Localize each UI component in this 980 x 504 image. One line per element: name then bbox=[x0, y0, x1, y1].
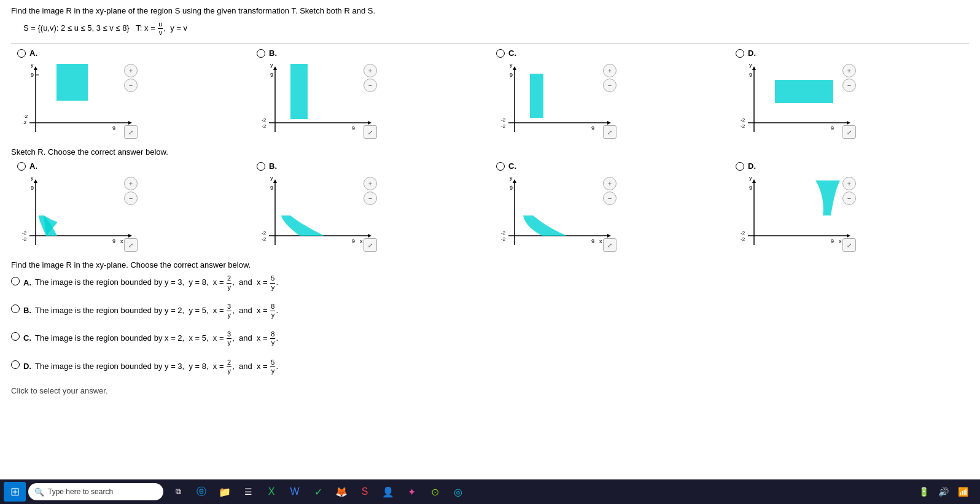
svg-text:9: 9 bbox=[31, 72, 34, 78]
svg-text:9: 9 bbox=[831, 238, 834, 244]
app-icon-10[interactable]: ✦ bbox=[402, 482, 421, 502]
choice-d-r-header[interactable]: D. bbox=[736, 161, 963, 171]
zoom-in-b-r[interactable]: + bbox=[364, 177, 377, 190]
radio-c-s[interactable] bbox=[496, 49, 505, 58]
zoom-icons-b-r: + − bbox=[364, 177, 377, 205]
svg-text:-2: -2 bbox=[22, 120, 27, 125]
expand-d-r[interactable]: ⤢ bbox=[842, 238, 856, 252]
text-choice-c[interactable]: C. The image is the region bounded by x … bbox=[11, 330, 969, 347]
volume-icon[interactable]: 🔊 bbox=[935, 483, 952, 500]
app-icon-12[interactable]: ◎ bbox=[448, 482, 468, 502]
sketch-s-choice-a: A. y u 9 -2 -2 9 bbox=[11, 48, 251, 141]
expand-d-s[interactable]: ⤢ bbox=[842, 125, 856, 139]
svg-text:9: 9 bbox=[749, 185, 752, 191]
text-choice-a[interactable]: A. The image is the region bounded by y … bbox=[11, 274, 969, 291]
svg-marker-57 bbox=[273, 179, 277, 183]
files-icon[interactable]: 📁 bbox=[215, 482, 235, 502]
zoom-icons-d-s: + − bbox=[842, 64, 856, 92]
expand-a-s[interactable]: ⤢ bbox=[124, 125, 138, 139]
taskbar-right: 🔋 🔊 📶 bbox=[915, 483, 976, 500]
zoom-in-b-s[interactable]: + bbox=[364, 64, 377, 77]
svg-text:-2: -2 bbox=[262, 117, 266, 123]
radio-text-c[interactable] bbox=[11, 332, 20, 341]
radio-b-s[interactable] bbox=[257, 49, 265, 58]
battery-icon[interactable]: 🔋 bbox=[915, 483, 932, 500]
edge-icon[interactable]: ⓔ bbox=[192, 482, 211, 502]
svg-marker-3 bbox=[128, 121, 132, 125]
start-button[interactable]: ⊞ bbox=[4, 482, 26, 502]
word-icon[interactable]: W bbox=[285, 482, 305, 502]
expand-c-r[interactable]: ⤢ bbox=[603, 238, 616, 252]
zoom-out-b-r[interactable]: − bbox=[364, 192, 377, 205]
zoom-out-d-r[interactable]: − bbox=[842, 192, 856, 205]
zoom-out-c-r[interactable]: − bbox=[603, 192, 616, 205]
radio-a-s[interactable] bbox=[17, 49, 26, 58]
svg-text:y: y bbox=[270, 175, 273, 181]
choice-a-r-header[interactable]: A. bbox=[17, 161, 244, 171]
radio-c-r[interactable] bbox=[496, 162, 505, 171]
taskview-icon[interactable]: ⧉ bbox=[168, 482, 188, 502]
graph-svg-a-r: y x 9 -2 -2 9 bbox=[17, 174, 140, 254]
radio-text-d[interactable] bbox=[11, 360, 20, 369]
svg-text:x: x bbox=[839, 238, 842, 244]
expand-b-s[interactable]: ⤢ bbox=[364, 125, 377, 139]
svg-marker-68 bbox=[607, 234, 611, 238]
expand-c-s[interactable]: ⤢ bbox=[603, 125, 616, 139]
label-a-s: A. bbox=[29, 48, 37, 58]
choice-c-header[interactable]: C. bbox=[496, 48, 723, 58]
app-icon-11[interactable]: ⊙ bbox=[425, 482, 445, 502]
zoom-out-d-s[interactable]: − bbox=[842, 79, 856, 92]
svg-text:9: 9 bbox=[112, 238, 115, 244]
excel-icon[interactable]: X bbox=[262, 482, 281, 502]
zoom-in-c-r[interactable]: + bbox=[603, 177, 616, 190]
radio-text-a[interactable] bbox=[11, 277, 20, 285]
label-c-s: C. bbox=[508, 48, 516, 58]
choice-b-header[interactable]: B. bbox=[257, 48, 484, 58]
zoom-in-d-s[interactable]: + bbox=[842, 64, 856, 77]
zoom-in-c-s[interactable]: + bbox=[603, 64, 616, 77]
person-icon[interactable]: 👤 bbox=[378, 482, 398, 502]
graph-svg-c-s: y u 9 -2 -2 9 bbox=[496, 61, 619, 141]
zoom-in-d-r[interactable]: + bbox=[842, 177, 856, 190]
radio-d-s[interactable] bbox=[736, 49, 744, 58]
graph-svg-a-s: y u 9 -2 -2 9 bbox=[17, 61, 140, 141]
radio-d-r[interactable] bbox=[736, 162, 744, 171]
expand-a-r[interactable]: ⤢ bbox=[124, 238, 138, 252]
svg-text:9: 9 bbox=[352, 125, 355, 131]
choice-a-header[interactable]: A. bbox=[17, 48, 244, 58]
text-choice-d[interactable]: D. The image is the region bounded by y … bbox=[11, 359, 969, 375]
svg-text:-2: -2 bbox=[501, 123, 506, 129]
radio-text-b[interactable] bbox=[11, 304, 20, 313]
choice-b-r-header[interactable]: B. bbox=[257, 161, 484, 171]
svg-text:-2: -2 bbox=[262, 123, 266, 129]
svg-marker-36 bbox=[752, 66, 756, 70]
zoom-out-b-s[interactable]: − bbox=[364, 79, 377, 92]
zoom-out-a-s[interactable]: − bbox=[124, 79, 138, 92]
zoom-out-c-s[interactable]: − bbox=[603, 79, 616, 92]
divider-1 bbox=[11, 43, 969, 44]
radio-b-r[interactable] bbox=[257, 162, 265, 171]
svg-marker-58 bbox=[368, 234, 371, 238]
firefox-icon[interactable]: 🦊 bbox=[332, 482, 351, 502]
zoom-in-a-s[interactable]: + bbox=[124, 64, 138, 77]
zoom-out-a-r[interactable]: − bbox=[124, 192, 138, 205]
search-bar[interactable]: 🔍 Type here to search bbox=[28, 483, 163, 500]
checkmark-icon[interactable]: ✓ bbox=[308, 482, 328, 502]
choice-c-r-header[interactable]: C. bbox=[496, 161, 723, 171]
radio-a-r[interactable] bbox=[17, 162, 26, 171]
svg-marker-48 bbox=[128, 234, 132, 238]
network-icon[interactable]: 📶 bbox=[954, 483, 971, 500]
svg-text:-2: -2 bbox=[741, 123, 745, 129]
app-icon-8[interactable]: S bbox=[355, 482, 375, 502]
text-choice-a-content: The image is the region bounded by y = 3… bbox=[35, 274, 969, 291]
svg-text:9: 9 bbox=[831, 125, 834, 131]
label-c-r: C. bbox=[508, 161, 516, 171]
zoom-in-a-r[interactable]: + bbox=[124, 177, 138, 190]
settings-icon[interactable]: ☰ bbox=[238, 482, 258, 502]
graph-a-r: y x 9 -2 -2 9 + bbox=[17, 174, 140, 254]
text-choice-b[interactable]: B. The image is the region bounded by y … bbox=[11, 303, 969, 319]
windows-icon: ⊞ bbox=[10, 485, 20, 498]
svg-text:-2: -2 bbox=[22, 236, 27, 242]
expand-b-r[interactable]: ⤢ bbox=[364, 238, 377, 252]
choice-d-header[interactable]: D. bbox=[736, 48, 963, 58]
